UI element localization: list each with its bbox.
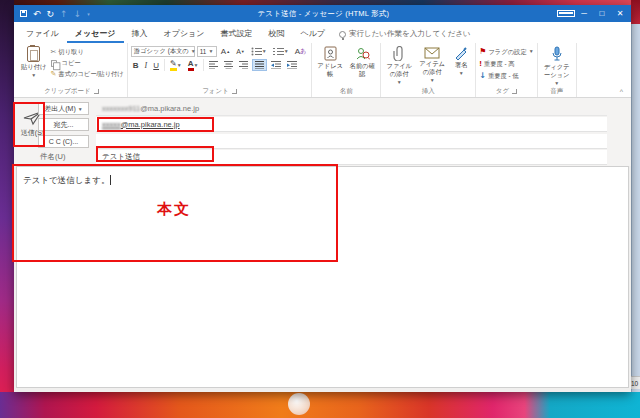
minimize-icon[interactable]: ─	[575, 5, 593, 22]
justify-icon	[255, 61, 264, 69]
phonetic-guide-button[interactable]: Aあ	[293, 45, 308, 57]
down-arrow-icon: ↓	[479, 70, 486, 81]
numbering-button[interactable]: ▼	[271, 45, 291, 57]
desktop: 10 ↶ ↻ ↑ ↓ ▾ テスト送信 - メッセージ (HTML 形式) ─ □…	[0, 0, 640, 418]
phonetic-icon: あ	[300, 47, 306, 56]
down-arrow-icon[interactable]: ↓	[74, 9, 82, 19]
paste-label: 貼り付け	[21, 63, 46, 71]
grow-font-button[interactable]: A▲	[219, 45, 232, 57]
align-center-button[interactable]	[222, 59, 235, 71]
from-address-domain: @ma.pikara.ne.jp	[140, 104, 199, 113]
tell-me-text: 実行したい作業を入力してください	[349, 29, 471, 39]
highlight-button[interactable]: ✎▼	[168, 59, 184, 71]
wallpaper-right	[631, 0, 640, 24]
font-group-label: フォント	[202, 87, 229, 96]
format-painter-button[interactable]: ✎ 書式のコピー/貼り付け	[50, 69, 123, 79]
shrink-font-button[interactable]: A▼	[234, 45, 247, 57]
tell-me-box[interactable]: 実行したい作業を入力してください	[333, 29, 477, 43]
group-clipboard: 貼り付け ▼ ✂ 切り取り コピー ✎	[16, 43, 128, 97]
font-color-button[interactable]: A▼	[186, 59, 201, 71]
align-right-button[interactable]	[237, 59, 250, 71]
tab-file[interactable]: ファイル	[18, 25, 67, 43]
ribbon-display-options-icon[interactable]	[557, 5, 575, 22]
names-group-label: 名前	[340, 87, 353, 96]
justify-button[interactable]	[252, 59, 267, 71]
include-group-label: 挿入	[422, 87, 435, 96]
attach-file-button[interactable]: ファイルの添付 ▼	[384, 45, 414, 86]
align-left-button[interactable]	[207, 59, 220, 71]
signature-pen-icon	[454, 46, 468, 60]
dialog-launcher-icon[interactable]	[232, 89, 237, 94]
check-names-button[interactable]: 名前の確認	[347, 45, 377, 79]
copy-button[interactable]: コピー	[50, 58, 123, 68]
tab-insert[interactable]: 挿入	[124, 25, 156, 43]
cc-field[interactable]	[96, 134, 607, 149]
low-importance-button[interactable]: ↓ 重要度 - 低	[479, 70, 534, 81]
from-button[interactable]: 差出人(M) ▼	[38, 102, 89, 115]
envelope-icon	[424, 46, 440, 59]
address-book-icon	[323, 46, 338, 61]
body-text: テストで送信します。	[23, 175, 111, 187]
to-field[interactable]: xxxxx@ma.pikara.ne.jp	[96, 117, 607, 132]
chevron-down-icon: ▼	[397, 79, 402, 85]
signature-button[interactable]: 署名 ▼	[450, 45, 472, 77]
font-name-combo[interactable]: 游ゴシック (本文の▼	[131, 46, 195, 57]
bold-button[interactable]: B	[131, 59, 141, 71]
undo-icon[interactable]: ↶	[33, 9, 41, 19]
scissors-icon: ✂	[50, 47, 56, 57]
tab-format-text[interactable]: 書式設定	[212, 25, 260, 43]
address-book-button[interactable]: アドレス帳	[315, 45, 345, 79]
group-names: アドレス帳 名前の確認 名前	[312, 43, 381, 97]
italic-button[interactable]: I	[143, 59, 150, 71]
high-importance-button[interactable]: ! 重要度 - 高	[479, 58, 534, 69]
wallpaper-bottom	[0, 392, 640, 418]
follow-up-button[interactable]: ⚑ フラグの設定 ▼	[479, 46, 534, 57]
flag-icon: ⚑	[479, 46, 486, 57]
group-include: ファイルの添付 ▼ アイテムの添付 ▼ 署名 ▼ 挿入	[381, 43, 476, 97]
chevron-down-icon: ▼	[31, 72, 36, 78]
increase-indent-button[interactable]	[285, 59, 299, 71]
align-left-icon	[209, 61, 218, 69]
titlebar[interactable]: ↶ ↻ ↑ ↓ ▾ テスト送信 - メッセージ (HTML 形式) ─ □ ✕	[14, 5, 631, 22]
quick-access-toolbar: ↶ ↻ ↑ ↓ ▾	[14, 9, 90, 19]
paste-button[interactable]: 貼り付け ▼	[19, 45, 48, 79]
underline-button[interactable]: U	[151, 59, 161, 71]
chevron-down-icon: ▼	[459, 70, 464, 76]
background-window-zoom-fragment: 10	[630, 376, 640, 389]
chevron-down-icon: ▼	[430, 77, 435, 83]
background-window-edge	[631, 24, 640, 392]
tab-message[interactable]: メッセージ	[67, 25, 124, 43]
to-address-domain: @ma.pikara.ne.jp	[121, 120, 180, 129]
decrease-indent-button[interactable]	[269, 59, 283, 71]
collapse-ribbon-icon[interactable]: ^	[620, 88, 623, 95]
font-size-combo[interactable]: 11▼	[197, 46, 217, 57]
tab-help[interactable]: ヘルプ	[292, 25, 333, 43]
dialog-launcher-icon[interactable]	[94, 89, 99, 94]
cc-button[interactable]: C C (C)...	[38, 135, 89, 148]
attach-item-button[interactable]: アイテムの添付 ▼	[416, 45, 448, 84]
bullets-icon	[251, 47, 262, 56]
tags-group-label: タグ	[496, 87, 509, 96]
bullets-button[interactable]: ▼	[249, 45, 269, 57]
from-address-local: xxxxxxx911	[102, 104, 140, 113]
tab-options[interactable]: オプション	[156, 25, 213, 43]
dictate-button[interactable]: ディクテーション ▼	[541, 45, 573, 87]
cut-button[interactable]: ✂ 切り取り	[50, 47, 123, 57]
align-center-icon	[224, 61, 233, 69]
microphone-icon	[551, 46, 563, 62]
ribbon-tab-row: ファイル メッセージ 挿入 オプション 書式設定 校閲 ヘルプ 実行したい作業を…	[14, 22, 631, 43]
save-icon[interactable]	[20, 10, 27, 17]
subject-value: テスト送信	[102, 152, 140, 162]
close-icon[interactable]: ✕	[611, 5, 629, 22]
up-arrow-icon[interactable]: ↑	[60, 9, 68, 19]
wallpaper-left	[0, 0, 14, 418]
subject-field[interactable]: テスト送信	[96, 150, 607, 165]
group-font: 游ゴシック (本文の▼ 11▼ A▲ A▼ ▼	[128, 43, 312, 97]
redo-icon[interactable]: ↻	[47, 9, 55, 19]
from-field[interactable]: xxxxxxx911@ma.pikara.ne.jp	[96, 101, 607, 116]
maximize-icon[interactable]: □	[593, 5, 611, 22]
dialog-launcher-icon[interactable]	[512, 89, 517, 94]
to-button[interactable]: 宛先...	[38, 118, 89, 131]
tab-review[interactable]: 校閲	[260, 25, 292, 43]
message-body[interactable]: テストで送信します。	[16, 166, 629, 388]
